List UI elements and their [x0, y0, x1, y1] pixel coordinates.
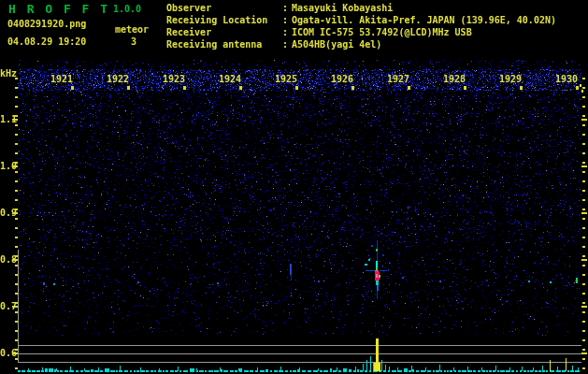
time-tick-label: 1926 [329, 74, 353, 85]
freq-tick-label: 0.8 [0, 254, 17, 266]
antenna-label: Receiving antenna [166, 39, 282, 50]
antenna-row: Receiving antenna:A504HB(yagi 4el) [166, 39, 381, 50]
freq-tick-label: 0.9 [0, 208, 17, 219]
colon: : [282, 39, 292, 50]
time-tick-label: 1928 [441, 74, 466, 85]
freq-tick-label: 0.6 [0, 348, 17, 359]
freq-tick-label: 1.1 [0, 114, 17, 125]
colon: : [282, 3, 292, 14]
antenna-value: A504HB(yagi 4el) [292, 39, 381, 50]
colon: : [282, 27, 292, 38]
observer-value: Masayuki Kobayashi [292, 3, 393, 14]
spectrogram-canvas [0, 0, 588, 374]
time-tick-label: 1923 [161, 74, 185, 85]
mode-label: meteor [115, 24, 149, 36]
receiver-value: ICOM IC-575 53.7492(@LCD)MHz USB [292, 27, 472, 38]
time-tick-label: 1929 [497, 74, 522, 85]
hrofft-screen: H R O F F T 1.0.0 0408291920.png meteor … [0, 0, 588, 374]
time-tick-label: 1924 [217, 74, 241, 85]
receiver-label: Receiver [166, 27, 282, 38]
time-tick-label: 1925 [273, 74, 297, 85]
filename-label: 0408291920.png [7, 19, 86, 30]
freq-axis-unit: kHz [0, 68, 17, 79]
app-title: H R O F F T [8, 3, 109, 16]
time-tick-label: 1921 [49, 74, 73, 85]
freq-tick-label: 0.7 [0, 301, 17, 312]
time-tick-label: 1927 [385, 74, 409, 85]
version-label: 1.0.0 [113, 4, 141, 15]
receiver-row: Receiver:ICOM IC-575 53.7492(@LCD)MHz US… [166, 27, 472, 38]
colon: : [282, 15, 292, 26]
observer-label: Observer [166, 3, 282, 14]
location-value: Ogata-vill. Akita-Pref. JAPAN (139.96E, … [292, 15, 556, 26]
freq-tick-label: 1.0 [0, 161, 17, 172]
meteor-count: 3 [131, 36, 136, 48]
location-label: Receiving Location [166, 15, 282, 26]
time-tick-label: 1922 [105, 74, 129, 85]
observer-row: Observer:Masayuki Kobayashi [166, 3, 393, 14]
time-tick-label: 1930 [553, 74, 578, 85]
datetime-label: 04.08.29 19:20 [7, 36, 86, 48]
location-row: Receiving Location:Ogata-vill. Akita-Pre… [166, 15, 556, 26]
